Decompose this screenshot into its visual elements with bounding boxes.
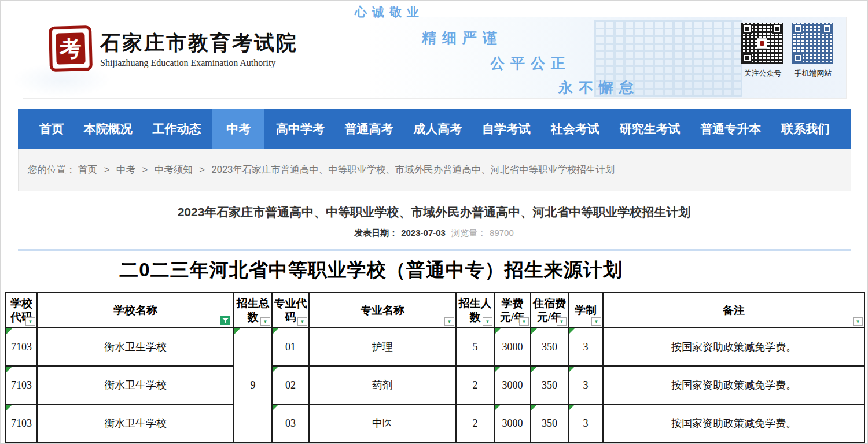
views-count: 89700 — [490, 228, 514, 238]
cell-school-name: 衡水卫生学校 — [37, 404, 234, 442]
mobile-qr-item: 手机端网站 — [792, 23, 834, 79]
slogan-diligence: 永不懈怠 — [558, 78, 639, 97]
cell-major-code: 03 — [272, 404, 309, 442]
qr-finder-icon — [772, 24, 782, 34]
filter-dropdown-icon[interactable]: ▼ — [557, 317, 567, 326]
filter-dropdown-icon[interactable]: ▼ — [519, 317, 529, 326]
slogan-precision: 精细严谨 — [422, 28, 503, 47]
wechat-qr-code — [741, 23, 783, 64]
nav-item-overview[interactable]: 本院概况 — [75, 109, 141, 149]
cell-note: 按国家资助政策减免学费。 — [603, 328, 865, 366]
nav-item-work-news[interactable]: 工作动态 — [144, 109, 209, 149]
divider — [18, 249, 851, 251]
breadcrumb-label: 您的位置： — [28, 164, 76, 175]
breadcrumb-item-notice[interactable]: 中考须知 — [155, 164, 193, 175]
excel-corner-flag-icon — [569, 405, 575, 410]
cell-major-code: 01 — [272, 328, 309, 366]
cell-duration: 3 — [568, 328, 603, 366]
cell-tuition: 3000 — [494, 366, 531, 404]
seal-logo-icon: 考 — [49, 25, 93, 72]
nav-item-social-exam[interactable]: 社会考试 — [542, 109, 608, 149]
breadcrumb-item-home[interactable]: 首页 — [78, 164, 97, 175]
cell-major-name: 中医 — [309, 404, 456, 442]
publish-date: 2023-07-03 — [401, 228, 446, 238]
cell-enrollment: 5 — [456, 328, 494, 366]
col-header-note: 备注▼ — [603, 293, 865, 328]
article-title: 2023年石家庄市普通高中、中等职业学校、市域外民办普通高中、河北省中等职业学校… — [1, 204, 867, 220]
excel-corner-flag-icon — [569, 328, 575, 334]
cell-major-name: 药剂 — [309, 366, 456, 404]
breadcrumb-separator: > — [142, 164, 148, 175]
filter-dropdown-icon[interactable]: ▼ — [25, 317, 35, 326]
excel-corner-flag-icon — [273, 405, 278, 410]
cell-school-code: 7103 — [6, 366, 37, 404]
qr-finder-icon — [742, 53, 752, 63]
slogan-fairness: 公平公正 — [490, 54, 571, 73]
cell-accommodation: 350 — [531, 404, 568, 442]
breadcrumb: 您的位置： 首页 > 中考 > 中考须知 > 2023年石家庄市普通高中、中等职… — [18, 149, 851, 191]
cell-duration: 3 — [568, 404, 603, 442]
slogan-sincerity: 心诚敬业 — [355, 4, 424, 20]
breadcrumb-separator: > — [104, 164, 110, 175]
excel-corner-flag-icon — [273, 328, 278, 334]
page: 考 石家庄市教育考试院 Shijiazhuang Education Exami… — [0, 0, 868, 444]
views-label: 浏览量： — [451, 228, 486, 238]
nav-item-zhuanshengben[interactable]: 普通专升本 — [692, 109, 770, 149]
nav-item-postgraduate-exam[interactable]: 研究生考试 — [610, 109, 689, 149]
mobile-site-qr-code — [792, 23, 833, 64]
breadcrumb-item-current: 2023年石家庄市普通高中、中等职业学校、市域外民办普通高中、河北省中等职业学校… — [212, 164, 615, 175]
col-header-school-name: 学校名称 — [37, 293, 234, 328]
logo-text: 石家庄市教育考试院 Shijiazhuang Education Examina… — [100, 29, 298, 68]
nav-item-zhongkao[interactable]: 中考 — [212, 109, 264, 149]
table-header-row: 学校 代码▼ 学校名称 招生总 数▼ 专业代 码▼ 专业名称▼ 招生人 数▼ 学… — [6, 293, 865, 328]
nav-item-contact[interactable]: 联系我们 — [773, 109, 838, 149]
nav-item-highschool-exam[interactable]: 高中学考 — [267, 109, 333, 149]
cell-school-code: 7103 — [6, 404, 37, 442]
cell-accommodation: 350 — [531, 366, 568, 404]
excel-corner-flag-icon — [569, 367, 575, 372]
breadcrumb-item-zhongkao[interactable]: 中考 — [116, 164, 135, 175]
cell-major-code: 02 — [272, 366, 309, 404]
excel-corner-flag-icon — [234, 328, 240, 334]
nav-item-gaokao[interactable]: 普通高考 — [336, 109, 402, 149]
filter-dropdown-icon[interactable]: ▼ — [260, 317, 270, 326]
excel-corner-flag-icon — [6, 405, 12, 410]
filter-dropdown-icon[interactable]: ▼ — [444, 317, 454, 326]
excel-corner-flag-icon — [495, 328, 501, 334]
col-header-accommodation: 住宿费 元/年▼ — [531, 293, 568, 328]
cell-major-name: 护理 — [309, 328, 456, 366]
cell-school-name: 衡水卫生学校 — [37, 328, 234, 366]
site-logo[interactable]: 考 石家庄市教育考试院 Shijiazhuang Education Exami… — [49, 26, 298, 71]
cell-note: 按国家资助政策减免学费。 — [603, 404, 865, 442]
cell-tuition: 3000 — [494, 404, 531, 442]
cell-note: 按国家资助政策减免学费。 — [603, 366, 865, 404]
breadcrumb-separator: > — [199, 164, 205, 175]
qr-center-logo-icon — [757, 38, 767, 49]
qr-finder-icon — [822, 24, 832, 34]
article-meta: 发表日期：2023-07-03 浏览量：89700 — [1, 228, 867, 239]
excel-corner-flag-icon — [6, 328, 12, 334]
filter-dropdown-icon[interactable]: ▼ — [297, 317, 307, 326]
filter-dropdown-icon[interactable]: ▼ — [483, 317, 492, 326]
filter-dropdown-icon[interactable]: ▼ — [591, 317, 601, 326]
excel-corner-flag-icon — [495, 367, 501, 372]
mobile-qr-label: 手机端网站 — [792, 68, 834, 79]
cell-accommodation: 350 — [531, 328, 568, 366]
wechat-qr-label: 关注公众号 — [741, 68, 784, 79]
col-header-tuition: 学费 元/年▼ — [494, 293, 531, 328]
filter-dropdown-icon[interactable]: ▼ — [853, 317, 863, 326]
cell-tuition: 3000 — [494, 328, 531, 366]
col-header-major-code: 专业代 码▼ — [272, 293, 309, 328]
cell-duration: 3 — [568, 366, 603, 404]
nav-item-home[interactable]: 首页 — [31, 109, 72, 149]
qr-finder-icon — [793, 53, 803, 63]
filter-applied-icon[interactable] — [220, 316, 230, 325]
col-header-school-code: 学校 代码▼ — [6, 293, 37, 328]
excel-corner-flag-icon — [531, 328, 537, 334]
enrollment-plan-table: 学校 代码▼ 学校名称 招生总 数▼ 专业代 码▼ 专业名称▼ 招生人 数▼ 学… — [5, 292, 865, 443]
excel-corner-flag-icon — [495, 405, 501, 410]
cell-total-enrollment: 9 — [234, 328, 272, 442]
nav-item-adult-gaokao[interactable]: 成人高考 — [404, 109, 470, 149]
wechat-qr-item: 关注公众号 — [741, 23, 784, 79]
nav-item-self-taught-exam[interactable]: 自学考试 — [473, 109, 539, 149]
